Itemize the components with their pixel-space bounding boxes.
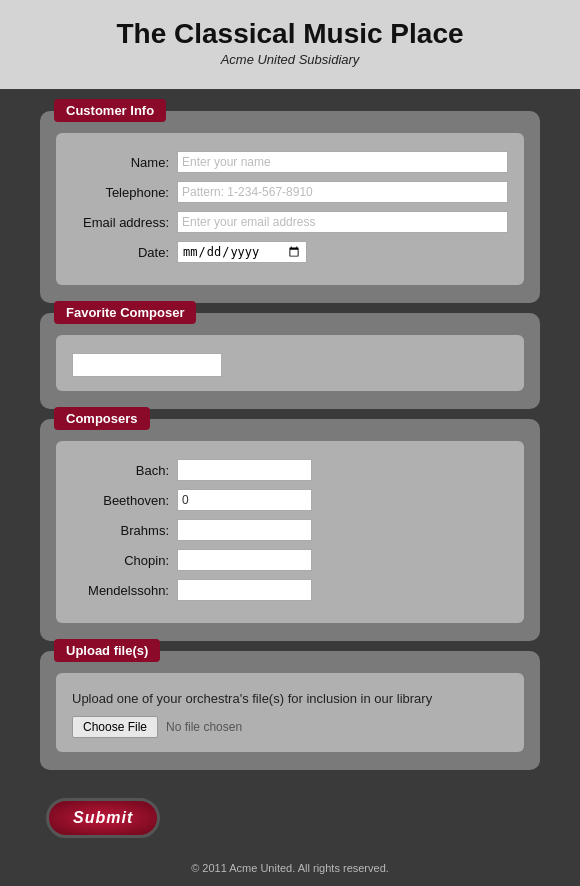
submit-button[interactable]: Submit — [46, 798, 160, 838]
no-file-text: No file chosen — [166, 720, 242, 734]
top-bar: The Classical Music Place Acme United Su… — [0, 0, 580, 89]
date-input[interactable] — [177, 241, 307, 263]
composers-label: Composers — [54, 407, 150, 430]
telephone-input[interactable] — [177, 181, 508, 203]
name-input[interactable] — [177, 151, 508, 173]
bach-label: Bach: — [72, 463, 177, 478]
beethoven-input[interactable] — [177, 489, 312, 511]
email-label: Email address: — [72, 215, 177, 230]
mendelssohn-input[interactable] — [177, 579, 312, 601]
beethoven-label: Beethoven: — [72, 493, 177, 508]
file-upload-row: Choose File No file chosen — [72, 716, 508, 738]
favorite-composer-label: Favorite Composer — [54, 301, 196, 324]
telephone-label: Telephone: — [72, 185, 177, 200]
date-label: Date: — [72, 245, 177, 260]
beethoven-row: Beethoven: — [72, 489, 508, 511]
upload-inner: Upload one of your orchestra's file(s) f… — [56, 673, 524, 752]
chopin-label: Chopin: — [72, 553, 177, 568]
favorite-composer-inner — [56, 335, 524, 391]
bach-row: Bach: — [72, 459, 508, 481]
brahms-input[interactable] — [177, 519, 312, 541]
date-row: Date: — [72, 241, 508, 263]
customer-info-inner: Name: Telephone: Email address: Date: — [56, 133, 524, 285]
bach-input[interactable] — [177, 459, 312, 481]
submit-area: Submit — [0, 780, 580, 848]
choose-file-button[interactable]: Choose File — [72, 716, 158, 738]
mendelssohn-label: Mendelssohn: — [72, 583, 177, 598]
telephone-row: Telephone: — [72, 181, 508, 203]
mendelssohn-row: Mendelssohn: — [72, 579, 508, 601]
upload-description: Upload one of your orchestra's file(s) f… — [72, 691, 508, 706]
name-label: Name: — [72, 155, 177, 170]
customer-info-label: Customer Info — [54, 99, 166, 122]
favorite-composer-input[interactable] — [72, 353, 222, 377]
page-subtitle: Acme United Subsidiary — [0, 52, 580, 75]
chopin-row: Chopin: — [72, 549, 508, 571]
brahms-label: Brahms: — [72, 523, 177, 538]
footer: © 2011 Acme United. All rights reserved. — [0, 848, 580, 882]
customer-info-section: Customer Info Name: Telephone: Email add… — [40, 111, 540, 303]
upload-label: Upload file(s) — [54, 639, 160, 662]
footer-text: © 2011 Acme United. All rights reserved. — [191, 862, 389, 874]
email-row: Email address: — [72, 211, 508, 233]
email-input[interactable] — [177, 211, 508, 233]
composers-inner: Bach: Beethoven: Brahms: Chopin: Mendels… — [56, 441, 524, 623]
brahms-row: Brahms: — [72, 519, 508, 541]
page-title: The Classical Music Place — [0, 10, 580, 52]
name-row: Name: — [72, 151, 508, 173]
composers-section: Composers Bach: Beethoven: Brahms: Chopi… — [40, 419, 540, 641]
chopin-input[interactable] — [177, 549, 312, 571]
favorite-composer-section: Favorite Composer — [40, 313, 540, 409]
page-wrapper: The Classical Music Place Acme United Su… — [0, 0, 580, 886]
upload-section: Upload file(s) Upload one of your orches… — [40, 651, 540, 770]
